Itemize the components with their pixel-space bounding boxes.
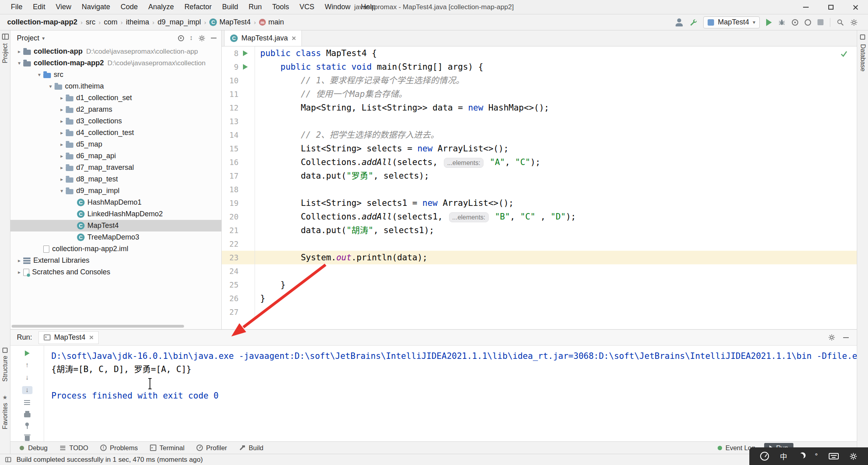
tree-item-external libraries[interactable]: ▸External Libraries (10, 255, 221, 266)
debug-button[interactable] (778, 19, 785, 26)
tool-window-switcher-icon[interactable] (5, 457, 11, 462)
clear-button[interactable] (22, 434, 32, 441)
code-line-12[interactable]: 12 Map<String, List<String>> data = new … (222, 101, 857, 115)
project-panel-title[interactable]: Project (17, 34, 39, 42)
run-gear-icon[interactable] (828, 334, 835, 341)
code-line-23[interactable]: 23 System.out.println(data); (222, 251, 857, 264)
panel-gear-icon[interactable] (198, 35, 205, 42)
chevron-right-icon[interactable]: ▸ (15, 258, 23, 264)
stripe-structure-button[interactable]: Structure (2, 356, 9, 382)
breadcrumb-collection-map-app2[interactable]: collection-map-app2 (6, 18, 78, 26)
code-line-27[interactable]: 27 (222, 305, 857, 319)
code-line-17[interactable]: 17 data.put("罗勇", selects); (222, 169, 857, 183)
chevron-right-icon[interactable]: ▸ (15, 48, 23, 54)
code-line-18[interactable]: 18 (222, 183, 857, 196)
keyboard-icon[interactable] (829, 453, 839, 459)
stop-button[interactable] (817, 19, 823, 25)
editor-body[interactable]: 8public class MapTest4 {9 public static … (222, 46, 857, 329)
coverage-button[interactable] (792, 19, 798, 26)
chevron-right-icon[interactable]: ▸ (58, 118, 66, 124)
minimize-button[interactable] (793, 0, 818, 14)
tree-item-d5_map[interactable]: ▸d5_map (10, 139, 221, 150)
tree-item-com.itheima[interactable]: ▾com.itheima (10, 81, 221, 92)
locate-file-icon[interactable] (178, 35, 184, 41)
gear-icon[interactable] (850, 453, 857, 460)
menu-vcs[interactable]: VCS (294, 0, 320, 14)
horizontal-scrollbar[interactable] (12, 325, 184, 328)
tree-item-d6_map_api[interactable]: ▸d6_map_api (10, 150, 221, 162)
code-line-9[interactable]: 9 public static void main(String[] args)… (222, 60, 857, 74)
code-line-16[interactable]: 16 Collections.addAll(selects, ...elemen… (222, 155, 857, 169)
todo-toolwindow-button[interactable]: TODO (60, 444, 88, 452)
print-button[interactable] (22, 411, 32, 418)
menu-edit[interactable]: Edit (28, 0, 51, 14)
code-line-22[interactable]: 22 (222, 237, 857, 251)
breadcrumb-itheima[interactable]: itheima (125, 18, 150, 26)
moon-icon[interactable] (797, 452, 805, 460)
run-button[interactable] (766, 19, 772, 26)
hide-panel-icon[interactable] (211, 38, 216, 38)
maximize-button[interactable] (818, 0, 843, 14)
code-line-14[interactable]: 14 // 2、把学生选择的数据存入进去。 (222, 128, 857, 142)
chevron-down-icon[interactable]: ▾ (47, 83, 55, 89)
tree-item-collection-map-app2.iml[interactable]: collection-map-app2.iml (10, 243, 221, 255)
chevron-down-icon[interactable]: ▾ (58, 188, 66, 194)
menu-build[interactable]: Build (217, 0, 243, 14)
run-line-icon[interactable] (243, 64, 248, 70)
stripe-database-button[interactable]: Database (859, 44, 866, 72)
chevron-right-icon[interactable]: ▸ (58, 176, 66, 182)
profiler-button[interactable] (805, 19, 811, 26)
user-icon[interactable] (675, 18, 683, 26)
tree-item-d9_map_impl[interactable]: ▾d9_map_impl (10, 185, 221, 197)
breadcrumb-maptest4[interactable]: CMapTest4 (208, 18, 251, 26)
punctuation-icon[interactable]: ° (815, 452, 817, 461)
code-line-20[interactable]: 20 Collections.addAll(selects1, ...eleme… (222, 210, 857, 223)
run-tab-close-icon[interactable] (89, 335, 93, 340)
close-button[interactable] (843, 0, 868, 14)
chevron-right-icon[interactable]: ▸ (58, 141, 66, 147)
menu-refactor[interactable]: Refactor (179, 0, 217, 14)
chevron-right-icon[interactable]: ▸ (58, 153, 66, 159)
stripe-project-button[interactable]: Project (2, 43, 9, 63)
tree-item-d8_map_test[interactable]: ▸d8_map_test (10, 173, 221, 185)
code-line-8[interactable]: 8public class MapTest4 { (222, 46, 857, 60)
profiler-toolwindow-button[interactable]: Profiler (196, 444, 227, 452)
tree-item-maptest4[interactable]: CMapTest4 (10, 220, 221, 231)
menu-file[interactable]: File (6, 0, 28, 14)
ime-zh-icon[interactable]: 中 (780, 451, 787, 461)
run-line-icon[interactable] (243, 50, 248, 56)
tree-item-d1_collection_set[interactable]: ▸d1_collection_set (10, 92, 221, 104)
soft-wrap-button[interactable] (22, 399, 32, 406)
code-line-26[interactable]: 26} (222, 292, 857, 305)
breadcrumb-d9_map_impl[interactable]: d9_map_impl (157, 18, 202, 26)
menu-view[interactable]: View (51, 0, 77, 14)
code-line-15[interactable]: 15 List<String> selects = new ArrayList<… (222, 142, 857, 155)
chevron-right-icon[interactable]: ▸ (58, 165, 66, 171)
code-line-19[interactable]: 19 List<String> selects1 = new ArrayList… (222, 196, 857, 210)
pin-button[interactable] (22, 422, 32, 429)
tree-item-linkedhashmapdemo2[interactable]: CLinkedHashMapDemo2 (10, 208, 221, 220)
inspections-ok-check-icon[interactable] (840, 50, 848, 59)
code-line-25[interactable]: 25 } (222, 278, 857, 292)
build-toolwindow-button[interactable]: Build (239, 444, 263, 452)
menu-run[interactable]: Run (243, 0, 267, 14)
code-line-10[interactable]: 10 // 1、要求程序记录每个学生选择的情况。 (222, 74, 857, 87)
tree-item-hashmapdemo1[interactable]: CHashMapDemo1 (10, 197, 221, 208)
editor-tab-maptest4[interactable]: C MapTest4.java (224, 30, 302, 46)
tree-item-d2_params[interactable]: ▸d2_params (10, 104, 221, 115)
expand-collapse-icon[interactable]: ↕ (190, 34, 193, 42)
breadcrumb-src[interactable]: src (85, 18, 96, 26)
menu-analyze[interactable]: Analyze (143, 0, 179, 14)
tree-item-scratches and consoles[interactable]: ▸Scratches and Consoles (10, 266, 221, 278)
scroll-to-end-button[interactable]: ↓ (22, 386, 32, 394)
down-stack-button[interactable]: ↓ (22, 374, 32, 382)
tree-item-src[interactable]: ▾src (10, 69, 221, 81)
problems-toolwindow-button[interactable]: Problems (100, 444, 138, 452)
chevron-down-icon[interactable]: ▾ (35, 72, 43, 78)
rerun-button[interactable] (22, 350, 32, 357)
run-config-select[interactable]: MapTest4 ▾ (703, 16, 760, 28)
settings-gear-icon[interactable] (850, 19, 858, 26)
menu-window[interactable]: Window (320, 0, 356, 14)
stripe-favorites-button[interactable]: Favorites (2, 403, 9, 429)
chevron-down-icon[interactable]: ▾ (15, 60, 23, 66)
